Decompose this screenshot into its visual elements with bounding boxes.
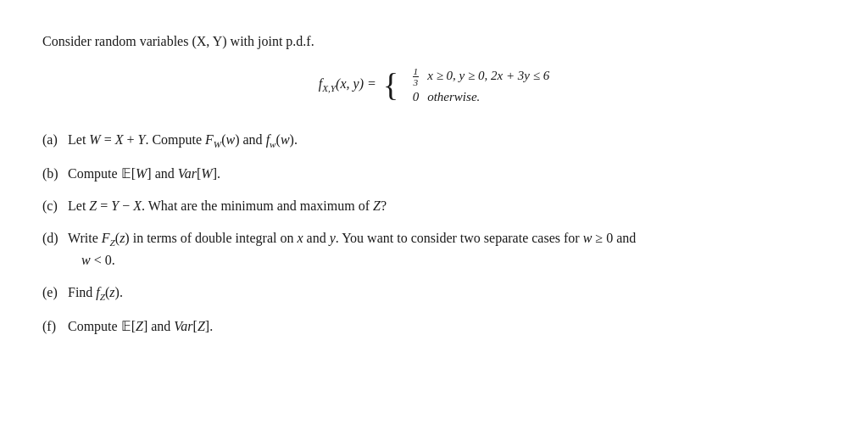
part-a-text: Let W = X + Y. Compute FW(w) and fw(w). — [68, 130, 826, 152]
part-e: (e) Find fZ(z). — [42, 282, 826, 304]
parts-list: (a) Let W = X + Y. Compute FW(w) and fw(… — [42, 130, 826, 337]
part-c-label: (c) — [42, 196, 64, 216]
part-a-label: (a) — [42, 130, 64, 150]
part-f-text: Compute 𝔼[Z] and Var[Z]. — [68, 316, 826, 337]
part-d: (d) Write FZ(z) in terms of double integ… — [42, 228, 826, 271]
part-d-label: (d) — [42, 228, 64, 249]
case2-value: 0 — [403, 90, 419, 104]
part-b-text: Compute 𝔼[W] and Var[W]. — [68, 164, 826, 184]
part-b-label: (b) — [42, 164, 64, 184]
pdf-equation: fX,Y(x, y) = { 13 x ≥ 0, y ≥ 0, 2x + 3y … — [42, 66, 826, 104]
cases-table: 13 x ≥ 0, y ≥ 0, 2x + 3y ≤ 6 0 otherwise… — [403, 66, 549, 104]
part-b: (b) Compute 𝔼[W] and Var[W]. — [42, 164, 826, 184]
part-c: (c) Let Z = Y − X. What are the minimum … — [42, 196, 826, 216]
brace-container: { 13 x ≥ 0, y ≥ 0, 2x + 3y ≤ 6 0 otherwi… — [383, 66, 549, 104]
intro-text: Consider random variables (X, Y) with jo… — [42, 34, 826, 49]
pdf-lhs: fX,Y(x, y) = — [319, 76, 376, 93]
case-row-2: 0 otherwise. — [403, 90, 549, 104]
part-f-label: (f) — [42, 316, 64, 337]
part-f: (f) Compute 𝔼[Z] and Var[Z]. — [42, 316, 826, 337]
case1-condition: x ≥ 0, y ≥ 0, 2x + 3y ≤ 6 — [427, 69, 549, 83]
part-a: (a) Let W = X + Y. Compute FW(w) and fw(… — [42, 130, 826, 152]
part-e-text: Find fZ(z). — [68, 282, 826, 304]
case2-condition: otherwise. — [427, 90, 480, 104]
case1-value: 13 — [403, 66, 419, 88]
part-e-label: (e) — [42, 282, 64, 303]
case-row-1: 13 x ≥ 0, y ≥ 0, 2x + 3y ≤ 6 — [403, 66, 549, 88]
part-c-text: Let Z = Y − X. What are the minimum and … — [68, 196, 826, 216]
big-brace-icon: { — [383, 69, 398, 101]
part-d-text: Write FZ(z) in terms of double integral … — [68, 228, 826, 271]
